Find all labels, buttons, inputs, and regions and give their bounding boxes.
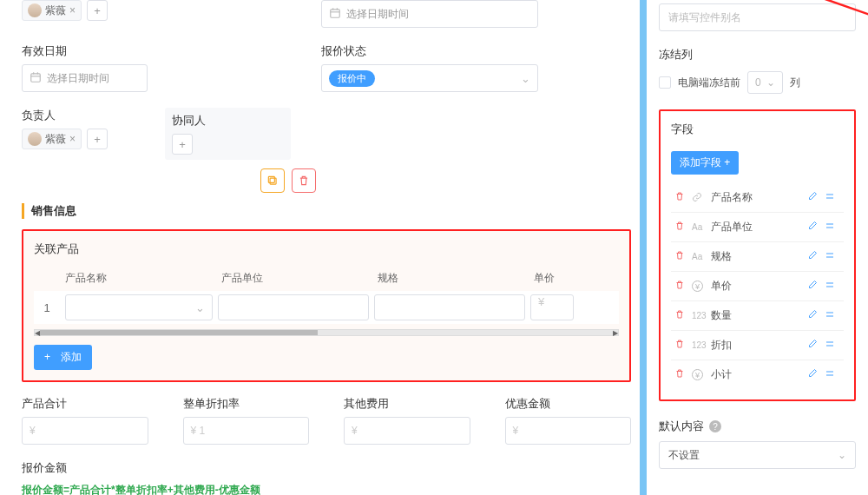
trash-icon[interactable] — [674, 368, 692, 381]
top-date-placeholder: 选择日期时间 — [346, 7, 409, 22]
field-type-icon: Aa — [692, 252, 711, 261]
copy-block-button[interactable] — [260, 168, 285, 193]
col-product-name: 产品名称 — [65, 271, 221, 286]
edit-icon[interactable] — [807, 368, 825, 381]
trash-icon[interactable] — [674, 309, 692, 322]
product-price-input[interactable]: ¥ — [530, 294, 574, 320]
coupon-input[interactable]: ¥ — [505, 417, 632, 445]
add-field-button[interactable]: 添加字段 + — [671, 151, 739, 175]
related-product-section: 关联产品 产品名称 产品单位 规格 单价 1 ⌄ ¥ — [22, 229, 631, 382]
chevron-down-icon: ⌄ — [521, 72, 530, 85]
avatar — [28, 3, 42, 17]
edit-icon[interactable] — [807, 280, 825, 293]
freeze-count-select[interactable]: 0 ⌄ — [747, 71, 783, 94]
sort-icon[interactable] — [825, 280, 840, 293]
trash-icon[interactable] — [674, 339, 692, 352]
product-spec-input[interactable] — [374, 294, 525, 320]
field-item: Aa规格 — [671, 242, 844, 272]
freeze-column-label: 冻结列 — [659, 47, 856, 63]
field-label: 单价 — [711, 279, 807, 294]
col-product-unit: 产品单位 — [221, 271, 378, 286]
owner-label: 负责人 — [22, 108, 148, 123]
edit-icon[interactable] — [807, 221, 825, 234]
add-collaborator-button[interactable]: + — [172, 134, 193, 155]
close-icon[interactable]: × — [69, 133, 76, 145]
trash-icon[interactable] — [674, 250, 692, 263]
add-customer-button[interactable]: + — [87, 0, 108, 21]
horizontal-scrollbar[interactable]: ◀ ▶ — [34, 329, 619, 336]
sort-icon[interactable] — [825, 309, 840, 322]
other-fee-label: 其他费用 — [344, 396, 470, 412]
default-content-label: 默认内容 — [659, 419, 704, 434]
customer-tag: 紫薇 × — [22, 0, 82, 21]
chevron-down-icon: ⌄ — [195, 301, 205, 314]
edit-icon[interactable] — [807, 309, 825, 322]
owner-tag-label: 紫薇 — [45, 132, 66, 147]
collaborator-label: 协同人 — [172, 113, 284, 129]
field-label: 产品单位 — [711, 220, 807, 234]
field-type-icon: 123 — [692, 311, 711, 320]
sort-icon[interactable] — [825, 368, 840, 381]
scrollbar-thumb[interactable] — [40, 330, 318, 335]
product-unit-input[interactable] — [218, 294, 369, 320]
delete-block-button[interactable] — [292, 168, 316, 193]
add-row-button[interactable]: + 添加 — [34, 345, 92, 370]
field-label: 小计 — [711, 367, 807, 382]
edit-icon[interactable] — [807, 191, 825, 204]
trash-icon[interactable] — [674, 191, 692, 204]
svg-rect-0 — [331, 9, 340, 16]
edit-icon[interactable] — [807, 250, 825, 263]
quote-status-label: 报价状态 — [321, 43, 538, 59]
coupon-label: 优惠金额 — [505, 396, 632, 412]
freeze-desktop-text: 电脑端冻结前 — [678, 76, 740, 90]
chevron-down-icon: ⌄ — [766, 76, 775, 89]
discount-input[interactable]: ¥ 1 — [183, 417, 310, 445]
add-owner-button[interactable]: + — [87, 129, 108, 149]
product-sum-input[interactable]: ¥ — [22, 417, 148, 445]
field-type-icon: Aa — [692, 222, 711, 232]
field-item: ¥单价 — [671, 272, 844, 301]
alias-input[interactable]: 请填写控件别名 — [659, 3, 856, 31]
field-type-icon: ¥ — [692, 369, 711, 380]
help-icon[interactable]: ? — [709, 420, 721, 432]
sort-icon[interactable] — [825, 250, 840, 263]
valid-date-input[interactable]: 选择日期时间 — [22, 64, 148, 92]
sort-icon[interactable] — [825, 339, 840, 352]
field-label: 数量 — [711, 308, 807, 323]
chevron-down-icon: ⌄ — [838, 449, 846, 461]
related-product-title: 关联产品 — [34, 241, 619, 257]
field-item: 123折扣 — [671, 331, 844, 360]
field-item: Aa产品单位 — [671, 213, 844, 242]
field-label: 折扣 — [711, 338, 807, 353]
sort-icon[interactable] — [825, 221, 840, 234]
field-label: 产品名称 — [711, 190, 807, 205]
fields-panel: 字段 添加字段 + 产品名称Aa产品单位Aa规格¥单价123数量123折扣¥小计 — [659, 109, 856, 401]
col-spec: 规格 — [378, 271, 534, 286]
quote-amount-formula: 报价金额=产品合计*整单折扣率+其他费用-优惠金额 — [22, 483, 631, 495]
other-fee-input[interactable]: ¥ — [344, 417, 470, 445]
field-type-icon — [692, 192, 711, 204]
discount-label: 整单折扣率 — [183, 396, 310, 412]
sales-info-header: 销售信息 — [22, 203, 631, 219]
trash-icon[interactable] — [674, 280, 692, 293]
product-name-select[interactable]: ⌄ — [65, 294, 213, 320]
sort-icon[interactable] — [825, 191, 840, 204]
status-badge: 报价中 — [329, 70, 375, 87]
default-content-select[interactable]: 不设置 ⌄ — [659, 441, 856, 469]
calendar-icon — [329, 7, 341, 22]
scroll-right-icon: ▶ — [613, 329, 618, 337]
quote-amount-label: 报价金额 — [22, 460, 631, 476]
trash-icon[interactable] — [674, 221, 692, 234]
quote-status-select[interactable]: 报价中 ⌄ — [321, 64, 538, 92]
svg-rect-8 — [270, 178, 276, 184]
edit-icon[interactable] — [807, 339, 825, 352]
field-label: 规格 — [711, 249, 807, 264]
close-icon[interactable]: × — [69, 4, 76, 16]
top-date-input[interactable]: 选择日期时间 — [321, 0, 538, 28]
table-row: 1 ⌄ ¥ — [34, 291, 619, 324]
svg-rect-4 — [31, 73, 41, 81]
svg-rect-9 — [268, 176, 274, 182]
row-index: 1 — [34, 301, 60, 314]
freeze-checkbox[interactable] — [659, 76, 671, 89]
fields-label: 字段 — [671, 122, 844, 137]
